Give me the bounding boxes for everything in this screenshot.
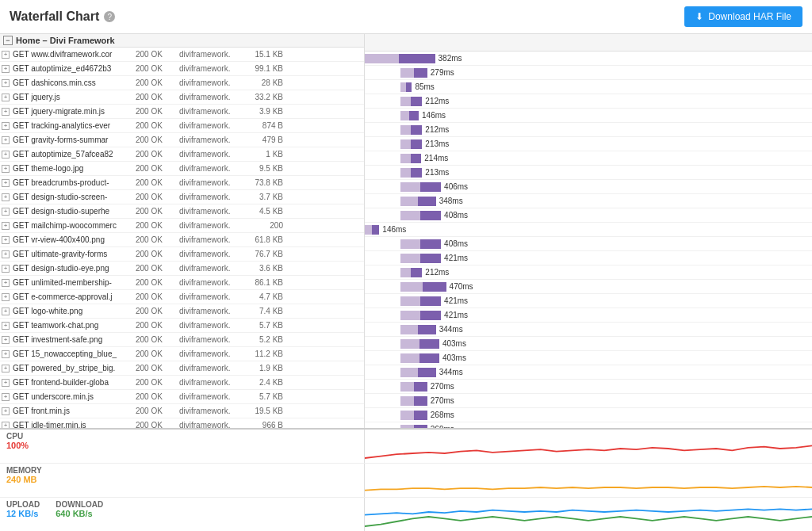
request-row[interactable]: +GET logo-white.png200 OKdiviframework.7… bbox=[0, 304, 364, 319]
row-expand-icon[interactable]: + bbox=[2, 136, 10, 144]
request-row[interactable]: +GET design-studio-eye.png200 OKdivifram… bbox=[0, 262, 364, 276]
request-method-url: GET theme-logo.jpg bbox=[11, 162, 134, 174]
request-row[interactable]: +GET breadcrumbs-product-200 OKdiviframe… bbox=[0, 176, 364, 190]
bar-timing-label: 213ms bbox=[425, 139, 449, 149]
request-row[interactable]: +GET autoptimize_57afcea82200 OKdivifram… bbox=[0, 147, 364, 162]
row-expand-icon[interactable]: + bbox=[2, 151, 10, 159]
row-expand-icon[interactable]: + bbox=[2, 94, 10, 101]
request-row[interactable]: +GET front.min.js200 OKdiviframework.19.… bbox=[0, 404, 364, 418]
request-method-url: GET 15_nowaccepting_blue_ bbox=[11, 348, 134, 360]
row-expand-icon[interactable]: + bbox=[2, 293, 10, 301]
row-expand-icon[interactable]: + bbox=[2, 165, 10, 173]
row-expand-icon[interactable]: + bbox=[2, 236, 10, 244]
row-expand-icon[interactable]: + bbox=[2, 393, 10, 401]
waterfall-row: 214ms bbox=[365, 151, 812, 166]
request-row[interactable]: +GET autoptimize_ed4672b3200 OKdiviframe… bbox=[0, 62, 364, 76]
download-har-button[interactable]: ⬇ Download HAR File bbox=[684, 6, 802, 27]
request-size: 874 B bbox=[241, 120, 285, 132]
request-row[interactable]: +GET jquery.js200 OKdiviframework.33.2 K… bbox=[0, 90, 364, 105]
request-row[interactable]: +GET teamwork-chat.png200 OKdiviframewor… bbox=[0, 319, 364, 333]
request-row[interactable]: +GET underscore.min.js200 OKdiviframewor… bbox=[0, 390, 364, 404]
request-row[interactable]: +GET gravity-forms-summar200 OKdiviframe… bbox=[0, 133, 364, 147]
bar-receiving bbox=[406, 82, 412, 92]
row-expand-icon[interactable]: + bbox=[2, 179, 10, 187]
row-expand-icon[interactable]: + bbox=[2, 265, 10, 273]
request-row[interactable]: +GET frontend-builder-globa200 OKdivifra… bbox=[0, 376, 364, 390]
bar-timing-label: 348ms bbox=[439, 197, 463, 206]
request-method-url: GET design-studio-eye.png bbox=[11, 262, 134, 274]
bar-receiving bbox=[419, 339, 439, 349]
request-row[interactable]: +GET vr-view-400x400.png200 OKdiviframew… bbox=[0, 233, 364, 247]
request-domain: diviframework. bbox=[178, 319, 241, 331]
request-row[interactable]: +GET 15_nowaccepting_blue_200 OKdivifram… bbox=[0, 347, 364, 361]
waterfall-row: 279ms bbox=[365, 66, 812, 80]
bar-receiving bbox=[414, 411, 427, 420]
bar-timing-label: 146ms bbox=[382, 225, 406, 235]
bar-receiving bbox=[414, 382, 427, 392]
request-row[interactable]: +GET tracking-analytics-ever200 OKdivifr… bbox=[0, 119, 364, 133]
row-expand-icon[interactable]: + bbox=[2, 407, 10, 415]
request-row[interactable]: +GET idle-timer.min.js200 OKdiviframewor… bbox=[0, 418, 364, 428]
request-status: 200 OK bbox=[134, 291, 178, 303]
row-expand-icon[interactable]: + bbox=[2, 122, 10, 130]
bar-receiving bbox=[420, 296, 441, 306]
request-row[interactable]: +GET ultimate-gravity-forms200 OKdivifra… bbox=[0, 247, 364, 262]
request-row[interactable]: +GET powered_by_stripe_big.200 OKdivifra… bbox=[0, 361, 364, 376]
request-row[interactable]: +GET unlimited-membership-200 OKdivifram… bbox=[0, 276, 364, 290]
row-expand-icon[interactable]: + bbox=[2, 79, 10, 87]
row-expand-icon[interactable]: + bbox=[2, 365, 10, 372]
row-expand-icon[interactable]: + bbox=[2, 379, 10, 387]
request-status: 200 OK bbox=[134, 334, 178, 346]
row-expand-icon[interactable]: + bbox=[2, 308, 10, 315]
request-row[interactable]: +GET investment-safe.png200 OKdiviframew… bbox=[0, 333, 364, 347]
page-header: Waterfall Chart ? ⬇ Download HAR File bbox=[0, 0, 812, 34]
bar-waiting bbox=[400, 396, 413, 406]
bar-timing-label: 212ms bbox=[425, 125, 449, 135]
request-size: 966 B bbox=[241, 419, 285, 428]
row-expand-icon[interactable]: + bbox=[2, 65, 10, 73]
bar-timing-label: 214ms bbox=[424, 154, 448, 163]
request-size: 86.1 KB bbox=[241, 277, 285, 288]
request-domain: diviframework. bbox=[178, 391, 241, 403]
bar-waiting bbox=[400, 425, 413, 428]
row-expand-icon[interactable]: + bbox=[2, 279, 10, 287]
request-row[interactable]: +GET design-studio-screen-200 OKdivifram… bbox=[0, 190, 364, 204]
request-domain: diviframework. bbox=[178, 120, 241, 132]
row-expand-icon[interactable]: + bbox=[2, 208, 10, 216]
help-icon[interactable]: ? bbox=[104, 11, 115, 22]
request-row[interactable]: +GET dashicons.min.css200 OKdiviframewor… bbox=[0, 76, 364, 90]
bar-waiting bbox=[400, 125, 411, 135]
row-expand-icon[interactable]: + bbox=[2, 350, 10, 358]
row-expand-icon[interactable]: + bbox=[2, 322, 10, 330]
page-title: Waterfall Chart bbox=[10, 10, 99, 24]
download-icon: ⬇ bbox=[695, 11, 703, 22]
request-status: 200 OK bbox=[134, 77, 178, 89]
waterfall-row: 269ms bbox=[365, 422, 812, 428]
bar-waiting bbox=[400, 382, 413, 392]
row-expand-icon[interactable]: + bbox=[2, 193, 10, 201]
request-row[interactable]: +GET e-commerce-approval.j200 OKdivifram… bbox=[0, 290, 364, 304]
request-row[interactable]: +GET www.diviframework.cor200 OKdivifram… bbox=[0, 48, 364, 62]
row-expand-icon[interactable]: + bbox=[2, 336, 10, 344]
row-expand-icon[interactable]: + bbox=[2, 422, 10, 429]
bar-receiving bbox=[411, 168, 422, 178]
request-row[interactable]: +GET theme-logo.jpg200 OKdiviframework.9… bbox=[0, 162, 364, 176]
request-row[interactable]: +GET mailchimp-woocommerc200 OKdiviframe… bbox=[0, 219, 364, 233]
bar-waiting bbox=[400, 311, 420, 320]
row-expand-icon[interactable]: + bbox=[2, 250, 10, 258]
request-domain: diviframework. bbox=[178, 48, 241, 60]
row-expand-icon[interactable]: + bbox=[2, 51, 10, 59]
request-method-url: GET idle-timer.min.js bbox=[11, 419, 134, 428]
bar-receiving bbox=[420, 311, 441, 320]
waterfall-row: 421ms bbox=[365, 308, 812, 323]
waterfall-row: 212ms bbox=[365, 123, 812, 137]
request-row[interactable]: +GET jquery-migrate.min.js200 OKdivifram… bbox=[0, 105, 364, 119]
request-size: 3.9 KB bbox=[241, 105, 285, 117]
request-row[interactable]: +GET design-studio-superhe200 OKdivifram… bbox=[0, 204, 364, 219]
bar-waiting bbox=[400, 168, 411, 178]
row-expand-icon[interactable]: + bbox=[2, 108, 10, 116]
bar-timing-label: 146ms bbox=[422, 111, 446, 120]
row-expand-icon[interactable]: + bbox=[2, 222, 10, 230]
group-collapse-icon[interactable]: − bbox=[3, 36, 13, 45]
bar-timing-label: 403ms bbox=[442, 339, 466, 349]
